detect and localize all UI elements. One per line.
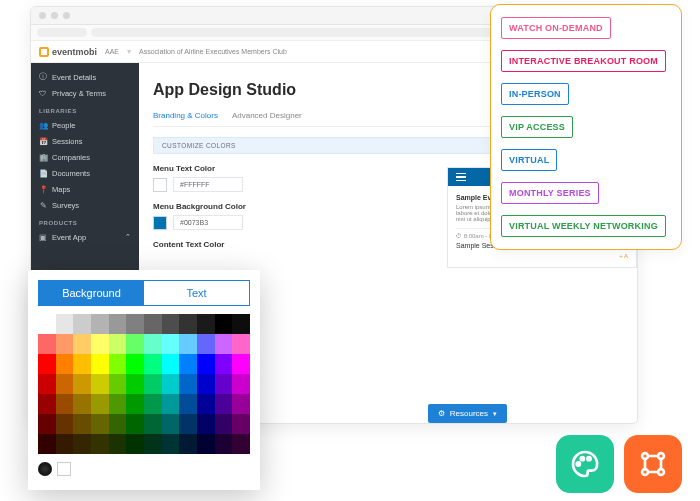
palette-cell[interactable] bbox=[179, 374, 197, 394]
tab-branding[interactable]: Branding & Colors bbox=[153, 111, 218, 120]
palette-cell[interactable] bbox=[144, 354, 162, 374]
sidebar-item-people[interactable]: 👥People bbox=[31, 117, 139, 133]
palette-cell[interactable] bbox=[144, 394, 162, 414]
color-swatch[interactable] bbox=[153, 216, 167, 230]
org-code[interactable]: AAE bbox=[105, 48, 119, 55]
palette-cell[interactable] bbox=[91, 394, 109, 414]
palette-cell[interactable] bbox=[73, 434, 91, 454]
palette-cell[interactable] bbox=[162, 334, 180, 354]
palette-cell[interactable] bbox=[91, 354, 109, 374]
palette-cell[interactable] bbox=[38, 414, 56, 434]
logo[interactable]: eventmobi bbox=[39, 47, 97, 57]
preview-add-button[interactable]: + A bbox=[456, 253, 628, 259]
palette-cell[interactable] bbox=[215, 374, 233, 394]
palette-cell[interactable] bbox=[232, 414, 250, 434]
palette-cell[interactable] bbox=[232, 314, 250, 334]
palette-cell[interactable] bbox=[56, 374, 74, 394]
color-value-input[interactable]: #FFFFFF bbox=[173, 177, 243, 192]
palette-cell[interactable] bbox=[126, 374, 144, 394]
palette-cell[interactable] bbox=[215, 334, 233, 354]
palette-cell[interactable] bbox=[197, 354, 215, 374]
palette-cell[interactable] bbox=[38, 374, 56, 394]
palette-cell[interactable] bbox=[91, 334, 109, 354]
palette-cell[interactable] bbox=[144, 334, 162, 354]
hamburger-icon[interactable] bbox=[456, 173, 466, 182]
event-tag[interactable]: VIRTUAL bbox=[501, 149, 557, 171]
palette-cell[interactable] bbox=[109, 334, 127, 354]
palette-cell[interactable] bbox=[73, 334, 91, 354]
palette-cell[interactable] bbox=[179, 314, 197, 334]
palette-cell[interactable] bbox=[56, 334, 74, 354]
picker-tab-text[interactable]: Text bbox=[144, 281, 249, 305]
palette-cell[interactable] bbox=[162, 414, 180, 434]
palette-cell[interactable] bbox=[109, 434, 127, 454]
palette-cell[interactable] bbox=[91, 414, 109, 434]
color-swatch[interactable] bbox=[153, 178, 167, 192]
palette-cell[interactable] bbox=[56, 414, 74, 434]
palette-cell[interactable] bbox=[56, 354, 74, 374]
vector-blob-icon[interactable] bbox=[624, 435, 682, 493]
palette-cell[interactable] bbox=[232, 334, 250, 354]
current-color-swatch[interactable] bbox=[57, 462, 71, 476]
palette-cell[interactable] bbox=[38, 314, 56, 334]
event-tag[interactable]: VIRTUAL WEEKLY NETWORKING bbox=[501, 215, 666, 237]
palette-cell[interactable] bbox=[162, 434, 180, 454]
palette-cell[interactable] bbox=[162, 314, 180, 334]
palette-cell[interactable] bbox=[109, 414, 127, 434]
palette-cell[interactable] bbox=[144, 434, 162, 454]
palette-cell[interactable] bbox=[126, 334, 144, 354]
traffic-light[interactable] bbox=[63, 12, 70, 19]
palette-cell[interactable] bbox=[162, 354, 180, 374]
palette-cell[interactable] bbox=[38, 394, 56, 414]
palette-cell[interactable] bbox=[197, 374, 215, 394]
palette-cell[interactable] bbox=[179, 334, 197, 354]
palette-cell[interactable] bbox=[109, 314, 127, 334]
palette-cell[interactable] bbox=[232, 374, 250, 394]
sidebar-item-event-details[interactable]: ⓘEvent Details bbox=[31, 69, 139, 85]
event-tag[interactable]: IN-PERSON bbox=[501, 83, 569, 105]
palette-cell[interactable] bbox=[109, 374, 127, 394]
palette-cell[interactable] bbox=[109, 354, 127, 374]
palette-cell[interactable] bbox=[91, 434, 109, 454]
event-tag[interactable]: MONTHLY SERIES bbox=[501, 182, 599, 204]
palette-cell[interactable] bbox=[179, 414, 197, 434]
resources-dropdown[interactable]: ⚙ Resources ▾ bbox=[428, 404, 507, 423]
palette-cell[interactable] bbox=[215, 434, 233, 454]
palette-cell[interactable] bbox=[144, 374, 162, 394]
palette-cell[interactable] bbox=[56, 314, 74, 334]
palette-cell[interactable] bbox=[197, 434, 215, 454]
palette-cell[interactable] bbox=[215, 414, 233, 434]
palette-cell[interactable] bbox=[162, 394, 180, 414]
sidebar-item-documents[interactable]: 📄Documents bbox=[31, 165, 139, 181]
palette-cell[interactable] bbox=[215, 394, 233, 414]
tab-advanced[interactable]: Advanced Designer bbox=[232, 111, 302, 120]
traffic-light[interactable] bbox=[51, 12, 58, 19]
palette-cell[interactable] bbox=[179, 354, 197, 374]
palette-cell[interactable] bbox=[38, 334, 56, 354]
palette-cell[interactable] bbox=[197, 334, 215, 354]
palette-cell[interactable] bbox=[179, 434, 197, 454]
palette-cell[interactable] bbox=[126, 394, 144, 414]
palette-cell[interactable] bbox=[126, 414, 144, 434]
palette-cell[interactable] bbox=[232, 394, 250, 414]
palette-cell[interactable] bbox=[215, 314, 233, 334]
palette-cell[interactable] bbox=[197, 314, 215, 334]
palette-cell[interactable] bbox=[126, 354, 144, 374]
palette-cell[interactable] bbox=[56, 394, 74, 414]
event-tag[interactable]: VIP ACCESS bbox=[501, 116, 573, 138]
palette-cell[interactable] bbox=[232, 354, 250, 374]
sidebar-item-companies[interactable]: 🏢Companies bbox=[31, 149, 139, 165]
org-name[interactable]: Association of Airline Executives Member… bbox=[139, 48, 287, 55]
event-tag[interactable]: WATCH ON-DEMAND bbox=[501, 17, 611, 39]
palette-cell[interactable] bbox=[197, 394, 215, 414]
palette-cell[interactable] bbox=[73, 394, 91, 414]
palette-cell[interactable] bbox=[91, 314, 109, 334]
palette-cell[interactable] bbox=[73, 354, 91, 374]
sidebar-item-sessions[interactable]: 📅Sessions bbox=[31, 133, 139, 149]
traffic-light[interactable] bbox=[39, 12, 46, 19]
event-tag[interactable]: INTERACTIVE BREAKOUT ROOM bbox=[501, 50, 666, 72]
palette-blob-icon[interactable] bbox=[556, 435, 614, 493]
palette-cell[interactable] bbox=[73, 374, 91, 394]
palette-cell[interactable] bbox=[56, 434, 74, 454]
palette-cell[interactable] bbox=[38, 354, 56, 374]
